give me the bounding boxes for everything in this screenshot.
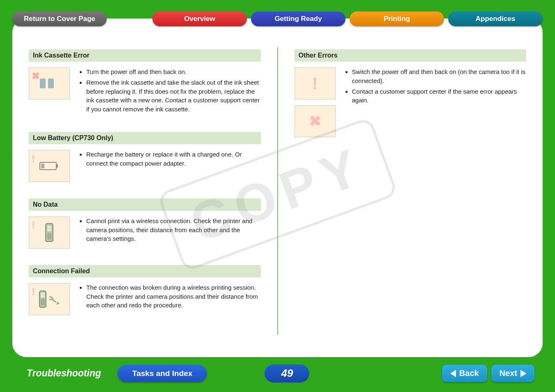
next-button[interactable]: Next xyxy=(491,365,534,382)
bullet-list: Recharge the battery or replace it with … xyxy=(78,150,261,182)
right-column: Other Errors ! ✖ Switch the power off an… xyxy=(295,49,527,345)
getting-ready-button[interactable]: Getting Ready xyxy=(251,12,345,26)
bullet-item: Recharge the battery or replace it with … xyxy=(86,150,261,168)
svg-rect-4 xyxy=(41,164,44,168)
section-title: Other Errors xyxy=(295,49,527,62)
bullet-list: Turn the power off and then back on. Rem… xyxy=(78,67,261,115)
svg-rect-10 xyxy=(41,299,45,305)
return-button[interactable]: Return to Cover Page xyxy=(12,12,107,26)
exclaim-icon: ! xyxy=(312,74,318,93)
back-label: Back xyxy=(459,369,479,378)
next-label: Next xyxy=(500,369,517,378)
svg-rect-7 xyxy=(47,233,51,239)
svg-marker-11 xyxy=(57,302,60,305)
section-no-data: No Data ! xyxy=(29,198,261,249)
top-nav: Return to Cover Page Overview Getting Re… xyxy=(12,12,543,26)
footer-bar: Troubleshooting Tasks and Index 49 Back … xyxy=(0,362,555,385)
printing-button[interactable]: Printing xyxy=(350,12,444,26)
x-icon: ✖ xyxy=(32,70,40,82)
section-title: Ink Cassette Error xyxy=(29,49,261,62)
exclaim-icon: ! xyxy=(32,286,35,297)
section-title: No Data xyxy=(29,198,261,211)
section-other-errors: Other Errors ! ✖ Switch the power off an… xyxy=(295,49,527,137)
section-title: Connection Failed xyxy=(29,265,261,277)
x-icon: ✖ xyxy=(309,113,321,130)
connection-failed-icon: ! xyxy=(29,283,70,315)
tasks-and-index-button[interactable]: Tasks and Index xyxy=(117,365,207,382)
bullet-list: The connection was broken during a wirel… xyxy=(78,283,261,315)
triangle-right-icon xyxy=(520,370,526,377)
exclaim-icon: ! xyxy=(32,153,35,164)
bullet-item: Cannot print via a wireless connection. … xyxy=(86,217,261,243)
overview-button[interactable]: Overview xyxy=(152,12,247,26)
section-title: Low Battery (CP730 Only) xyxy=(29,132,261,144)
other-error-warning-icon: ! xyxy=(295,67,336,99)
column-divider xyxy=(277,47,278,335)
triangle-left-icon xyxy=(450,370,456,377)
section-ink-cassette-error: Ink Cassette Error ✖ Turn t xyxy=(29,49,261,115)
svg-rect-0 xyxy=(40,78,46,88)
back-button[interactable]: Back xyxy=(442,365,487,382)
section-low-battery: Low Battery (CP730 Only) ! xyxy=(29,132,261,182)
section-connection-failed: Connection Failed ! xyxy=(29,265,261,315)
bullet-item: Switch the power off and then back on (o… xyxy=(352,67,527,85)
bullet-item: The connection was broken during a wirel… xyxy=(86,283,261,310)
bullet-list: Cannot print via a wireless connection. … xyxy=(78,217,261,249)
svg-rect-6 xyxy=(47,226,51,231)
left-column: Ink Cassette Error ✖ Turn t xyxy=(29,49,261,345)
page-number-badge: 49 xyxy=(265,364,309,383)
svg-rect-3 xyxy=(56,164,58,168)
bullet-item: Turn the power off and then back on. xyxy=(86,67,261,76)
page-panel: COPY Ink Cassette Error ✖ xyxy=(12,18,543,357)
ink-cassette-error-icon: ✖ xyxy=(29,67,70,99)
bullet-list: Switch the power off and then back on (o… xyxy=(344,67,527,137)
svg-rect-1 xyxy=(48,78,54,88)
no-data-icon: ! xyxy=(29,217,70,249)
exclaim-icon: ! xyxy=(32,219,35,231)
other-error-x-icon: ✖ xyxy=(295,105,336,137)
bullet-item: Remove the ink cassette and take the sla… xyxy=(86,78,261,114)
appendices-button[interactable]: Appendices xyxy=(448,12,543,26)
section-label: Troubleshooting xyxy=(27,368,101,379)
low-battery-icon: ! xyxy=(29,150,70,182)
bullet-item: Contact a customer support center if the… xyxy=(352,87,527,105)
svg-rect-9 xyxy=(41,293,45,297)
